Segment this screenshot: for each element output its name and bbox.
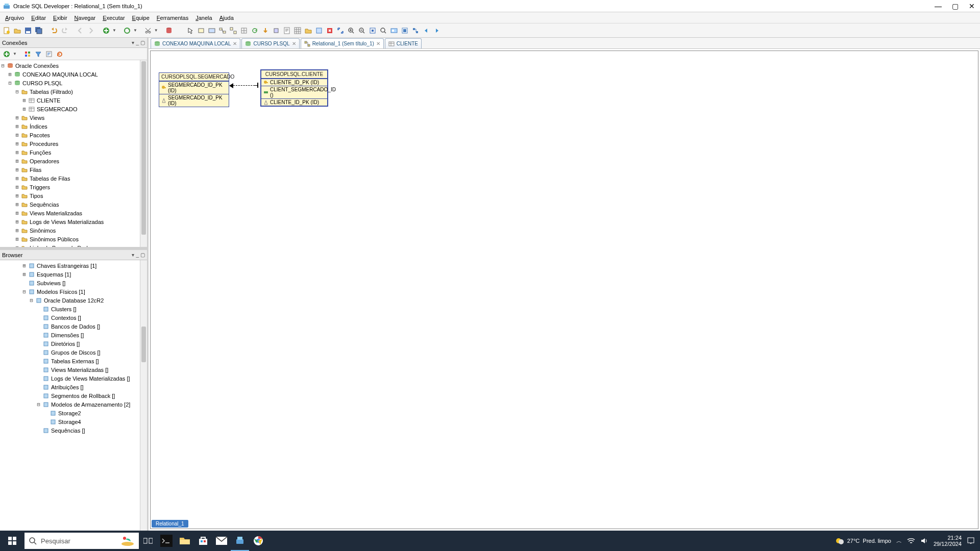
notifications-icon[interactable] [967, 537, 975, 545]
prev-page-button[interactable] [422, 26, 431, 35]
maximize-button[interactable]: ▢ [952, 2, 959, 10]
tree-node[interactable]: Esquemas [1] [0, 270, 147, 279]
tree-node[interactable]: Operadores [0, 157, 147, 165]
dbms-button[interactable] [164, 26, 174, 35]
zoom-out-all-button[interactable] [336, 26, 345, 35]
tree-node[interactable]: Bancos de Dados [] [0, 322, 147, 331]
tree-node[interactable]: Índices [0, 122, 147, 131]
tree-toggle-icon[interactable] [7, 80, 13, 86]
sync-tool[interactable] [250, 26, 259, 35]
tree-toggle-icon[interactable] [7, 71, 13, 77]
tree-node[interactable]: Tabelas (Filtrado) [0, 87, 147, 96]
tree-node[interactable]: Atribuições [] [0, 383, 147, 391]
mail-app-icon[interactable] [212, 531, 231, 551]
tree-toggle-icon[interactable] [14, 141, 20, 146]
merge-tool[interactable] [239, 26, 249, 35]
tree-node[interactable]: Views Materializadas [0, 209, 147, 217]
tree-toggle-icon[interactable] [14, 132, 20, 138]
minimize-button[interactable]: — [935, 2, 942, 10]
relation-tool[interactable] [218, 26, 227, 35]
tree-toggle-icon[interactable] [14, 184, 20, 190]
tree-toggle-icon[interactable] [14, 236, 20, 242]
relation-line[interactable] [233, 85, 257, 86]
report-tool[interactable] [282, 26, 291, 35]
tree-node[interactable]: Sequências [] [0, 426, 147, 435]
taskbar-search[interactable]: Pesquisar [24, 533, 139, 549]
tree-node[interactable]: Sinônimos [0, 226, 147, 235]
chrome-app-icon[interactable] [249, 531, 267, 551]
tree-node[interactable]: Oracle Conexões [0, 61, 147, 70]
menu-executar[interactable]: Executar [100, 14, 128, 22]
tree-node[interactable]: Modelos Físicos [1] [0, 287, 147, 296]
undo-button[interactable] [50, 26, 59, 35]
panel-minimize-icon[interactable]: _ [136, 252, 139, 258]
tree-node[interactable]: CLIENTE [0, 96, 147, 105]
tree-toggle-icon[interactable] [21, 289, 27, 294]
tree-toggle-icon[interactable] [0, 63, 6, 68]
new-connection-button[interactable] [2, 49, 11, 59]
redo-button[interactable] [60, 26, 69, 35]
tree-toggle-icon[interactable] [14, 158, 20, 164]
refresh-connections-button[interactable] [55, 49, 64, 59]
menu-janela[interactable]: Janela [192, 14, 215, 22]
back-button[interactable] [76, 26, 85, 35]
tree-node[interactable]: Chaves Estrangeiras [1] [0, 261, 147, 270]
explorer-app-icon[interactable] [176, 531, 194, 551]
entity-tool[interactable] [197, 26, 206, 35]
tree-toggle-icon[interactable] [14, 115, 20, 120]
tree-toggle-icon[interactable] [14, 167, 20, 172]
navigator-button[interactable] [389, 26, 399, 35]
tab-curso-plsql[interactable]: CURSO PLSQL✕ [241, 38, 299, 48]
tree-node[interactable]: Funções [0, 148, 147, 157]
tree-node[interactable]: Subviews [] [0, 279, 147, 287]
tree-node[interactable]: Sinônimos Públicos [0, 235, 147, 243]
sort-button[interactable] [44, 49, 54, 59]
tree-node[interactable]: Contextos [] [0, 313, 147, 322]
weather-widget[interactable]: 27°C Pred. limpo [835, 536, 891, 545]
tree-toggle-icon[interactable] [14, 176, 20, 181]
wifi-icon[interactable] [907, 537, 915, 544]
tree-node[interactable]: Tabelas de Filas [0, 174, 147, 183]
diagram-canvas[interactable]: CURSOPLSQL.SEGMERCADO SEGMERCADO_ID_PK (… [149, 49, 980, 531]
volume-icon[interactable] [920, 537, 928, 544]
tree-toggle-icon[interactable] [21, 271, 27, 277]
menu-navegar[interactable]: Navegar [71, 14, 99, 22]
export-tool[interactable] [261, 26, 270, 35]
refresh-button[interactable] [122, 26, 132, 35]
panel-dropdown-icon[interactable]: ▾ [132, 252, 134, 258]
tree-node[interactable]: SEGMERCADO [0, 105, 147, 113]
tree-node[interactable]: Diretórios [] [0, 339, 147, 348]
split-tool[interactable] [229, 26, 238, 35]
entity-cliente[interactable]: CURSOPLSQL.CLIENTE CLIENTE_ID_PK (ID)CLI… [260, 69, 328, 107]
tree-toggle-icon[interactable] [14, 219, 20, 224]
tree-node[interactable]: Storage2 [0, 409, 147, 417]
zoom-in-button[interactable] [347, 26, 356, 35]
forward-button[interactable] [86, 26, 95, 35]
diagram-page-tab[interactable]: Relational_1 [152, 520, 188, 528]
tab-close-icon[interactable]: ✕ [292, 41, 296, 46]
tree-node[interactable]: Clusters [] [0, 305, 147, 313]
tree-toggle-icon[interactable] [21, 263, 27, 268]
tree-node[interactable]: CURSO PLSQL [0, 79, 147, 87]
tab-cliente[interactable]: CLIENTE [385, 38, 422, 48]
tree-toggle-icon[interactable] [14, 228, 20, 233]
layout-button[interactable] [400, 26, 409, 35]
save-button[interactable] [23, 26, 33, 35]
tree-node[interactable]: Storage4 [0, 417, 147, 426]
tree-node[interactable]: Logs de Views Materializadas [] [0, 374, 147, 383]
grid-tool[interactable] [293, 26, 302, 35]
connection-filter-button[interactable] [23, 49, 32, 59]
tree-toggle-icon[interactable] [29, 297, 34, 303]
tree-node[interactable]: Logs de Views Materializadas [0, 217, 147, 226]
tree-node[interactable]: Views [0, 113, 147, 122]
tree-node[interactable]: Tabelas Externas [] [0, 357, 147, 365]
panel-maximize-icon[interactable]: ▢ [140, 252, 145, 258]
zoom-out-button[interactable] [357, 26, 366, 35]
task-view-button[interactable] [139, 531, 157, 551]
tree-node[interactable]: Views Materializadas [] [0, 365, 147, 374]
filter-button[interactable] [34, 49, 43, 59]
panel-maximize-icon[interactable]: ▢ [140, 40, 145, 45]
tree-node[interactable]: Pacotes [0, 131, 147, 139]
panel-minimize-icon[interactable]: _ [136, 40, 139, 45]
menu-exibir[interactable]: Exibir [50, 14, 70, 22]
